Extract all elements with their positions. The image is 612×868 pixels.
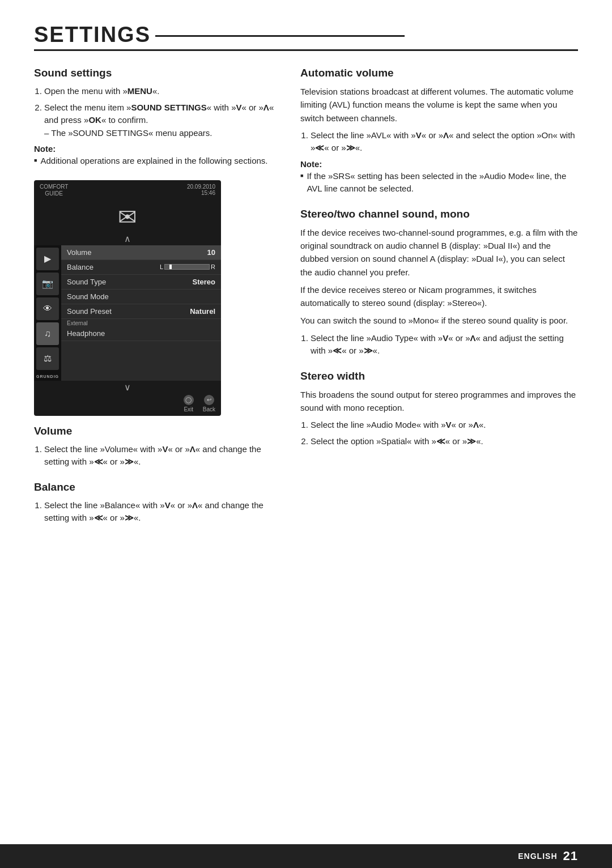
automatic-volume-steps: Select the line »AVL« with »V« or »Λ« an… — [300, 129, 578, 155]
tv-row-sound-preset-value: Naturel — [190, 307, 215, 316]
stereo-width-body: This broadens the sound output for stere… — [300, 388, 578, 415]
avl-step-1: Select the line »AVL« with »V« or »Λ« an… — [311, 129, 578, 155]
tv-sidebar-sound: ♫ — [36, 322, 59, 345]
note-text: Additional operations are explained in t… — [40, 155, 267, 168]
stereo-body3: You can switch the sound to »Mono« if th… — [300, 314, 578, 327]
footer-page-number: 21 — [563, 849, 578, 863]
tv-row-sound-preset-label: Sound Preset — [67, 307, 112, 316]
tv-row-sound-preset: Sound Preset Naturel — [61, 304, 221, 319]
tv-balance-l: L — [160, 263, 163, 270]
tv-balance-track — [164, 264, 210, 270]
tv-row-sound-type-value: Stereo — [193, 278, 215, 286]
tv-balance-bar: L R — [160, 263, 215, 270]
tv-chevron-down-icon: ∨ — [34, 382, 221, 393]
automatic-volume-body: Television stations broadcast at differe… — [300, 85, 578, 125]
tv-row-balance: Balance L R — [61, 260, 221, 275]
right-column: Automatic volume Television stations bro… — [300, 67, 578, 537]
stereo-two-channel-heading: Stereo/two channel sound, mono — [300, 208, 578, 220]
step-1: Open the menu with »MENU«. — [44, 85, 278, 98]
tv-exit-btn: ◯ Exit — [184, 395, 194, 412]
tv-row-sound-type: Sound Type Stereo — [61, 275, 221, 290]
stereo-steps: Select the line »Audio Type« with »V« or… — [300, 332, 578, 358]
tv-main-content: ▶ 📷 👁 ♫ ⚖ GRUNDIG Volume 10 Balance — [34, 245, 221, 381]
step-2-sub: – The »SOUND SETTINGS« menu appears. — [44, 128, 212, 138]
stereo-body2: If the device receives stereo or Nicam p… — [300, 283, 578, 310]
tv-back-icon: ↩ — [204, 395, 214, 405]
tv-sidebar-eye: 👁 — [36, 297, 59, 320]
tv-exit-icon: ◯ — [184, 395, 194, 405]
tv-row-sound-type-label: Sound Type — [67, 278, 106, 286]
stereo-width-section: Stereo width This broadens the sound out… — [300, 370, 578, 448]
stereo-width-steps: Select the line »Audio Mode« with »V« or… — [300, 419, 578, 448]
volume-heading: Volume — [34, 425, 278, 437]
stereo-width-step-2: Select the option »Spatial« with »≪« or … — [311, 435, 578, 448]
tv-row-volume-label: Volume — [67, 248, 91, 257]
stereo-two-channel-section: Stereo/two channel sound, mono If the de… — [300, 208, 578, 358]
tv-sidebar: ▶ 📷 👁 ♫ ⚖ GRUNDIG — [34, 245, 61, 381]
stereo-body1: If the device receives two-channel-sound… — [300, 226, 578, 279]
footer-bar: ENGLISH 21 — [0, 844, 612, 868]
balance-step-1: Select the line »Balance« with »V« or »Λ… — [44, 499, 278, 525]
page-title: SETTINGS — [34, 23, 578, 51]
volume-steps: Select the line »Volume« with »V« or »Λ«… — [34, 443, 278, 469]
step-2: Select the menu item »SOUND SETTINGS« wi… — [44, 101, 278, 140]
tv-menu-screenshot: COMFORTGUIDE 20.09.201015:46 ✉ ∧ ▶ 📷 👁 ♫… — [34, 180, 221, 416]
tv-row-sound-mode: Sound Mode — [61, 290, 221, 304]
tv-balance-thumb — [169, 265, 172, 269]
left-column: Sound settings Open the menu with »MENU«… — [34, 67, 278, 537]
or-text: or — [458, 420, 466, 429]
tv-datetime: 20.09.201015:46 — [187, 184, 215, 196]
tv-grundig-label: GRUNDIG — [36, 375, 59, 378]
tv-row-balance-label: Balance — [67, 263, 94, 271]
tv-bottom-bar: ◯ Exit ↩ Back — [34, 393, 221, 416]
tv-row-sound-mode-label: Sound Mode — [67, 292, 109, 301]
automatic-volume-section: Automatic volume Television stations bro… — [300, 67, 578, 195]
footer-language: ENGLISH — [518, 852, 557, 861]
tv-back-btn: ↩ Back — [203, 395, 215, 412]
automatic-volume-heading: Automatic volume — [300, 67, 578, 79]
tv-guide-label: COMFORTGUIDE — [40, 184, 68, 197]
volume-step-1: Select the line »Volume« with »V« or »Λ«… — [44, 443, 278, 469]
stereo-step-1: Select the line »Audio Type« with »V« or… — [311, 332, 578, 358]
tv-row-headphone: Headphone — [61, 326, 221, 341]
tv-exit-label: Exit — [184, 406, 193, 412]
tv-row-volume-value: 10 — [207, 248, 215, 257]
tv-sidebar-play: ▶ — [36, 248, 59, 270]
tv-balance-r: R — [211, 263, 215, 270]
avl-note-label: Note: — [300, 159, 578, 169]
stereo-width-heading: Stereo width — [300, 370, 578, 382]
tv-external-label: External — [61, 319, 221, 326]
balance-steps: Select the line »Balance« with »V« or »Λ… — [34, 499, 278, 525]
note-label: Note: — [34, 144, 278, 154]
avl-note-text: If the »SRS« setting has been selected i… — [307, 170, 578, 195]
tv-chevron-up-icon: ∧ — [34, 233, 221, 244]
note-item: Additional operations are explained in t… — [34, 155, 278, 168]
tv-icon-area: ✉ — [34, 198, 221, 233]
tv-menu-top: COMFORTGUIDE 20.09.201015:46 — [34, 180, 221, 198]
tv-sidebar-photo: 📷 — [36, 273, 59, 295]
sound-settings-heading: Sound settings — [34, 67, 278, 79]
sound-settings-section: Sound settings Open the menu with »MENU«… — [34, 67, 278, 168]
tv-row-headphone-label: Headphone — [67, 329, 105, 338]
tv-back-label: Back — [203, 406, 215, 412]
sound-settings-steps: Open the menu with »MENU«. Select the me… — [34, 85, 278, 139]
avl-note-item: If the »SRS« setting has been selected i… — [300, 170, 578, 195]
balance-heading: Balance — [34, 481, 278, 493]
tv-row-volume: Volume 10 — [61, 245, 221, 260]
stereo-width-step-1: Select the line »Audio Mode« with »V« or… — [311, 419, 578, 432]
volume-section: Volume Select the line »Volume« with »V«… — [34, 425, 278, 469]
tv-headphone-icon: ✉ — [118, 204, 137, 230]
tv-sidebar-tools: ⚖ — [36, 347, 59, 370]
balance-section: Balance Select the line »Balance« with »… — [34, 481, 278, 525]
tv-menu-rows: Volume 10 Balance L R — [61, 245, 221, 381]
